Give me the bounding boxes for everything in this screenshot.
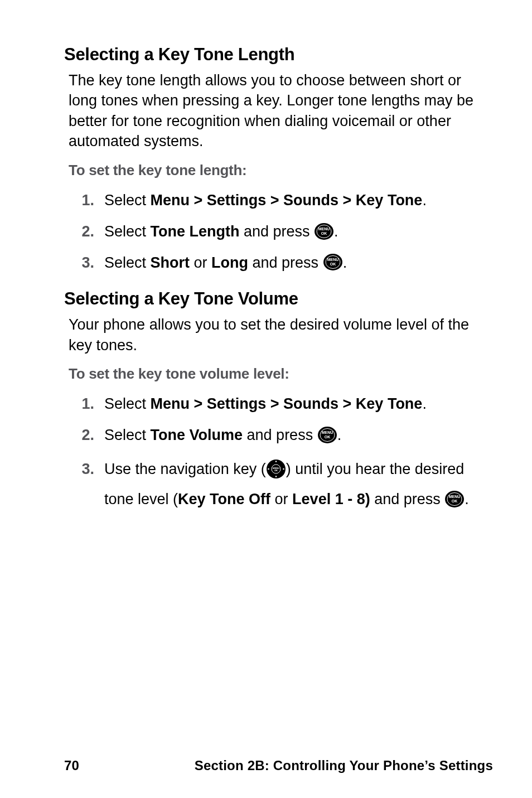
menu-path: Menu > Settings > Sounds > Key Tone — [151, 395, 423, 412]
text: Select — [104, 223, 151, 240]
text: and press — [248, 254, 323, 271]
step-number: 1. — [64, 188, 104, 214]
step-number: 3. — [64, 454, 104, 514]
step-text: Select Tone Volume and press MENU OK . — [104, 423, 493, 448]
text: Use the navigation key ( — [104, 461, 266, 477]
text: Select — [104, 192, 151, 209]
step-2: 2. Select Tone Volume and press MENU OK … — [64, 423, 493, 448]
step-1: 1. Select Menu > Settings > Sounds > Key… — [64, 188, 493, 214]
option-tone-volume: Tone Volume — [151, 427, 243, 443]
footer: 70 Section 2B: Controlling Your Phone’s … — [0, 758, 532, 773]
step-text: Select Tone Length and press MENU OK . — [104, 219, 493, 245]
step-3: 3. Use the navigation key ( MENU OK ) un… — [64, 454, 493, 514]
option-tone-length: Tone Length — [151, 223, 240, 240]
text: Select — [104, 427, 151, 443]
text: . — [337, 427, 342, 443]
text: Select — [104, 395, 151, 412]
svg-point-16 — [275, 461, 277, 462]
text: . — [334, 223, 338, 240]
text: or — [270, 491, 292, 507]
svg-text:MENU: MENU — [449, 495, 461, 499]
page-number: 70 — [64, 758, 79, 773]
page: Selecting a Key Tone Length The key tone… — [0, 0, 532, 798]
option-short: Short — [151, 254, 190, 271]
step-2: 2. Select Tone Length and press MENU OK … — [64, 219, 493, 245]
section-title: Section 2B: Controlling Your Phone’s Set… — [195, 758, 493, 773]
text: Select — [104, 254, 151, 271]
menu-path: Menu > Settings > Sounds > Key Tone — [151, 192, 423, 209]
step-number: 2. — [64, 423, 104, 448]
step-text: Use the navigation key ( MENU OK ) until… — [104, 454, 493, 514]
heading-key-tone-volume: Selecting a Key Tone Volume — [64, 289, 493, 309]
text: and press — [240, 223, 315, 240]
svg-text:MENU: MENU — [321, 431, 333, 434]
text: . — [465, 491, 469, 507]
subheading-set-key-tone-length: To set the key tone length: — [64, 162, 493, 179]
svg-text:MENU: MENU — [318, 227, 330, 231]
svg-text:MENU: MENU — [327, 258, 338, 262]
option-long: Long — [211, 254, 248, 271]
menu-ok-icon: MENU OK — [323, 252, 343, 272]
text: . — [422, 192, 427, 209]
nav-key-icon: MENU OK — [266, 459, 286, 479]
svg-point-17 — [275, 476, 277, 477]
option-level-1-8: Level 1 - 8) — [292, 491, 370, 507]
step-text: Select Menu > Settings > Sounds > Key To… — [104, 391, 493, 417]
body-key-tone-length: The key tone length allows you to choose… — [64, 70, 493, 152]
menu-ok-icon: MENU OK — [317, 425, 337, 445]
svg-text:OK: OK — [321, 231, 327, 235]
svg-text:OK: OK — [330, 262, 336, 266]
step-text: Select Short or Long and press MENU OK . — [104, 250, 493, 276]
svg-point-18 — [268, 468, 269, 470]
subheading-set-key-tone-volume: To set the key tone volume level: — [64, 365, 493, 383]
svg-text:OK: OK — [452, 499, 458, 503]
step-number: 3. — [64, 250, 104, 276]
body-key-tone-volume: Your phone allows you to set the desired… — [64, 315, 493, 355]
steps-key-tone-length: 1. Select Menu > Settings > Sounds > Key… — [64, 188, 493, 276]
option-key-tone-off: Key Tone Off — [178, 491, 270, 507]
text: . — [422, 395, 427, 412]
step-number: 2. — [64, 219, 104, 245]
svg-text:OK: OK — [324, 435, 330, 439]
menu-ok-icon: MENU OK — [444, 489, 465, 509]
text: and press — [370, 491, 445, 507]
menu-ok-icon: MENU OK — [314, 221, 334, 241]
text: or — [190, 254, 211, 271]
step-number: 1. — [64, 391, 104, 417]
step-text: Select Menu > Settings > Sounds > Key To… — [104, 188, 493, 214]
text: . — [343, 254, 347, 271]
heading-key-tone-length: Selecting a Key Tone Length — [64, 45, 493, 65]
step-1: 1. Select Menu > Settings > Sounds > Key… — [64, 391, 493, 417]
svg-point-19 — [283, 468, 284, 470]
steps-key-tone-volume: 1. Select Menu > Settings > Sounds > Key… — [64, 391, 493, 514]
text: and press — [243, 427, 317, 443]
step-3: 3. Select Short or Long and press MENU O… — [64, 250, 493, 276]
svg-text:OK: OK — [274, 469, 278, 472]
